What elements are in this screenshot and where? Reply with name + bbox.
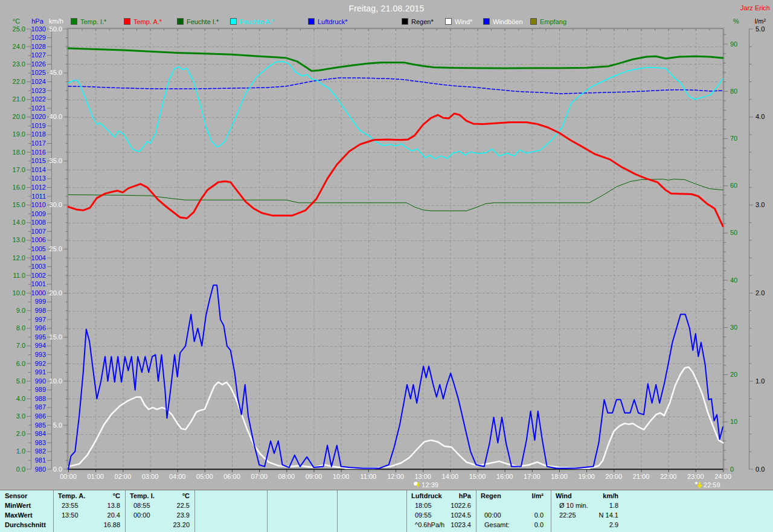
axis-tick-label: 984	[35, 430, 46, 437]
stats-table: SensorMinWertMaxWertDurchschnittTemp. A.…	[0, 490, 773, 532]
axis-tick-label: 25.0	[13, 25, 25, 33]
table-measurement-value: 1.8	[609, 501, 618, 510]
axis-tick-label: 5.0	[755, 25, 765, 33]
axis-tick-label: 3.0	[755, 201, 765, 208]
table-measurement-value: 0.0	[534, 521, 544, 529]
axis-tick-label: 1008	[31, 219, 46, 226]
axis-tick-label: 18.0	[13, 149, 25, 156]
x-axis-label: 20:00	[606, 473, 623, 480]
table-column-header: Wind	[556, 492, 572, 500]
axis-tick-label: 0.0	[53, 466, 62, 473]
x-axis-label: 12:00	[387, 473, 404, 480]
table-column-unit: km/h	[603, 492, 618, 500]
x-axis-label: 23:00	[687, 473, 704, 480]
axis-tick-label: 20.0	[50, 289, 62, 296]
table-measurement-value: 0.0	[534, 511, 544, 519]
table-row-label: Durchschnitt	[5, 521, 46, 529]
x-axis-label: 09:00	[306, 473, 322, 480]
axis-tick-label: 1021	[31, 104, 46, 112]
axis-tick-label: 1016	[31, 149, 46, 156]
axis-tick-label: 15.0	[50, 333, 62, 341]
x-axis-label: 19:00	[578, 473, 595, 480]
axis-tick-label: 9.0	[16, 307, 25, 314]
table-time-value: ^0.6hPa/h	[415, 521, 444, 529]
table-column-divider	[267, 490, 268, 532]
axis-tick-label: 1005	[31, 245, 46, 252]
axis-tick-label: 993	[35, 351, 46, 358]
axis-tick-label: 983	[35, 439, 46, 446]
table-measurement-value: 13.8	[107, 501, 120, 510]
axis-tick-label: 1030	[31, 25, 46, 33]
axis-tick-label: 1009	[31, 210, 46, 217]
axis-tick-label: 987	[35, 403, 46, 411]
axis-tick-label: 7.0	[16, 342, 25, 349]
axis-tick-label: 1002	[31, 272, 46, 279]
table-measurement-value: N 14.1	[599, 511, 618, 519]
table-measurement-value: 23.20	[173, 521, 190, 529]
axis-tick-label: 5.0	[53, 421, 62, 429]
axis-tick-label: 1028	[31, 43, 46, 50]
axis-tick-label: 1004	[31, 254, 46, 261]
marker-time-label: 12:39	[422, 481, 438, 489]
axis-tick-label: 23.0	[13, 60, 25, 68]
table-measurement-value: 22.5	[177, 501, 190, 510]
axis-tick-label: 2.0	[755, 289, 765, 296]
table-time-value: 18:05	[415, 501, 432, 510]
axis-tick-label: 45.0	[50, 69, 62, 76]
axis-tick-label: 24.0	[13, 43, 25, 50]
axis-tick-label: 80	[730, 88, 737, 95]
axis-tick-label: 986	[35, 412, 46, 420]
axis-tick-label: 990	[35, 377, 46, 385]
axis-tick-label: 996	[35, 324, 46, 332]
axis-tick-label: 1018	[31, 130, 46, 138]
axis-tick-label: 8.0	[16, 324, 25, 332]
axis-tick-label: 998	[35, 307, 46, 314]
axis-tick-label: 30	[730, 324, 737, 331]
axis-tick-label: 0.0	[16, 466, 25, 473]
axis-tick-label: 3.0	[16, 412, 25, 420]
x-axis-label: 10:00	[333, 473, 350, 480]
axis-tick-label: 1014	[31, 166, 46, 173]
axis-tick-label: 14.0	[13, 219, 25, 226]
table-measurement-value: 1022.6	[451, 501, 471, 510]
axis-tick-label: 1019	[31, 122, 46, 129]
axis-tick-label: 1011	[31, 193, 46, 200]
axis-tick-label: 50.0	[50, 25, 62, 33]
x-axis-label: 02:00	[115, 473, 132, 480]
axis-tick-label: 989	[35, 386, 46, 393]
axis-tick-label: 1022	[31, 95, 46, 103]
x-axis-label: 03:00	[142, 473, 159, 480]
axis-tick-label: 1029	[31, 34, 46, 41]
table-column-divider	[551, 490, 551, 532]
axis-tick-label: 1024	[31, 78, 46, 85]
table-time-value: 08:55	[133, 501, 150, 510]
weather-chart-window: Freitag, 21.08.2015 Jarz Erich °C hPa km…	[0, 0, 773, 532]
axis-tick-label: 11.0	[13, 272, 25, 279]
table-column-divider	[476, 490, 476, 532]
axis-tick-label: 1017	[31, 139, 46, 147]
table-column-header: Temp. I.	[130, 492, 155, 500]
table-column-unit: °C	[182, 492, 190, 500]
axis-tick-label: 1023	[31, 87, 46, 94]
table-measurement-value: 1023.4	[451, 521, 471, 529]
table-row-label: MaxWert	[5, 511, 33, 519]
table-measurement-value: 16.88	[103, 521, 120, 529]
axis-tick-label: 1015	[31, 157, 46, 164]
axis-tick-label: 0.0	[755, 466, 765, 473]
axis-tick-label: 90	[730, 40, 737, 48]
axis-tick-label: 1025	[31, 69, 46, 76]
axis-tick-label: 999	[35, 298, 46, 305]
axis-tick-label: 994	[35, 342, 46, 349]
table-row-label: Sensor	[5, 492, 27, 500]
x-axis-label: 13:00	[414, 473, 431, 480]
x-axis-label: 22:00	[660, 473, 677, 480]
axis-tick-label: 12.0	[13, 254, 25, 261]
table-column-unit: °C	[113, 492, 120, 500]
axis-tick-label: 4.0	[755, 113, 765, 120]
chart-plot: 0.01.02.03.04.05.06.07.08.09.010.011.012…	[0, 0, 773, 490]
axis-tick-label: 1.0	[755, 377, 765, 385]
x-axis-label: 05:00	[196, 473, 213, 480]
table-row-label: MinWert	[5, 501, 31, 510]
table-time-value: 23:55	[62, 501, 79, 510]
table-column-divider	[194, 490, 195, 532]
